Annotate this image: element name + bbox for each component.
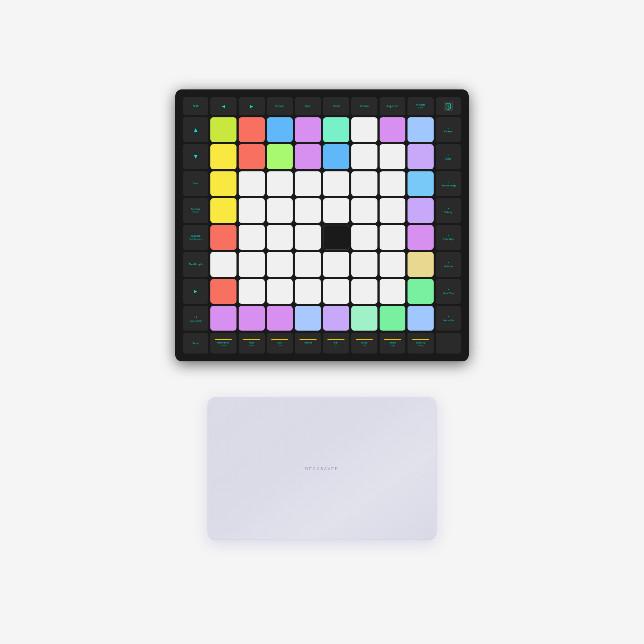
pad-r4c8[interactable] <box>408 198 434 223</box>
pad-r3c2[interactable] <box>239 171 265 196</box>
play-button[interactable]: ► <box>183 279 208 304</box>
arrow-right-button[interactable]: ► <box>239 97 265 115</box>
page-container: Shift ◄ ► Session Note Chord Custom Sequ… <box>0 0 644 644</box>
pad-r1c8[interactable] <box>408 117 434 142</box>
pad-r3c1[interactable] <box>210 171 236 196</box>
micro-step-button[interactable]: › Micro Step <box>436 279 461 304</box>
mutation-button[interactable]: › Mutation <box>436 252 461 277</box>
velocity-button[interactable]: › Velocity <box>436 198 461 223</box>
pad-r5c7[interactable] <box>380 225 406 250</box>
pad-r6c3[interactable] <box>267 252 293 277</box>
steps-button[interactable]: › Steps <box>436 144 461 169</box>
pattern-settings-button[interactable]: › Pattern Settings <box>436 171 461 196</box>
pad-r2c2[interactable] <box>239 144 265 169</box>
solo-button[interactable]: Solo Click <box>267 333 293 353</box>
projects-button[interactable]: Projects Save <box>408 97 434 115</box>
sends-button[interactable]: Sends Tap <box>351 333 377 353</box>
pad-r5c1[interactable] <box>210 225 236 250</box>
pad-r3c6[interactable] <box>351 171 377 196</box>
pad-r2c8[interactable] <box>408 144 434 169</box>
pad-r1c3[interactable] <box>267 117 293 142</box>
clear-button[interactable]: Clear <box>183 171 208 196</box>
pad-r4c6[interactable] <box>351 198 377 223</box>
pad-r1c2[interactable] <box>239 117 265 142</box>
pad-r4c2[interactable] <box>239 198 265 223</box>
logo-button[interactable] <box>436 97 461 115</box>
record-arm-button[interactable]: Record Arm Undo <box>210 333 236 353</box>
pad-r6c1[interactable] <box>210 252 236 277</box>
chord-button[interactable]: Chord <box>323 97 349 115</box>
duplicate-button[interactable]: Duplicate Double <box>183 198 208 223</box>
pad-r6c4[interactable] <box>295 252 321 277</box>
pad-r1c6[interactable] <box>351 117 377 142</box>
pad-r1c7[interactable] <box>380 117 406 142</box>
pad-r5c5[interactable] <box>323 225 349 250</box>
pad-r2c6[interactable] <box>351 144 377 169</box>
pad-r5c3[interactable] <box>267 225 293 250</box>
pad-r2c1[interactable] <box>210 144 236 169</box>
pad-r8c7[interactable] <box>380 306 406 331</box>
pad-r4c5[interactable] <box>323 198 349 223</box>
print-to-clip-button[interactable]: › Print to Clip <box>436 306 461 331</box>
pad-r7c8[interactable] <box>408 279 434 304</box>
pad-r6c2[interactable] <box>239 252 265 277</box>
pad-r8c8[interactable] <box>408 306 434 331</box>
pad-r8c3[interactable] <box>267 306 293 331</box>
pad-r8c5[interactable] <box>323 306 349 331</box>
pad-r7c2[interactable] <box>239 279 265 304</box>
pad-r2c4[interactable] <box>295 144 321 169</box>
stop-clip-button[interactable]: Stop Clip Swing <box>408 333 434 353</box>
pad-r6c7[interactable] <box>380 252 406 277</box>
up-arrow-button[interactable]: ▲ <box>183 117 208 142</box>
pad-r3c5[interactable] <box>323 171 349 196</box>
probability-button[interactable]: › Probability <box>436 225 461 250</box>
patterns-button[interactable]: › Patterns <box>436 117 461 142</box>
pad-r7c7[interactable] <box>380 279 406 304</box>
session-button[interactable]: Session <box>267 97 293 115</box>
custom-button[interactable]: Custom <box>351 97 377 115</box>
capture-midi-button[interactable]: ○ Capture MIDI <box>183 306 208 331</box>
pad-r7c6[interactable] <box>351 279 377 304</box>
pad-r1c5[interactable] <box>323 117 349 142</box>
mute-button[interactable]: Mute Redo <box>239 333 265 353</box>
pad-r8c2[interactable] <box>239 306 265 331</box>
pad-r6c6[interactable] <box>351 252 377 277</box>
pad-r5c8[interactable] <box>408 225 434 250</box>
pad-r4c7[interactable] <box>380 198 406 223</box>
pad-r2c5[interactable] <box>323 144 349 169</box>
pad-r8c6[interactable] <box>351 306 377 331</box>
setup-button[interactable]: Setup <box>183 333 208 353</box>
pad-r7c1[interactable] <box>210 279 236 304</box>
note-button[interactable]: Note <box>295 97 321 115</box>
pad-r3c8[interactable] <box>408 171 434 196</box>
pad-r5c2[interactable] <box>239 225 265 250</box>
shift-button[interactable]: Shift <box>183 97 208 115</box>
pad-r2c3[interactable] <box>267 144 293 169</box>
fixed-length-button[interactable]: Fixed Length <box>183 252 208 277</box>
sequencer-button[interactable]: Sequencer <box>380 97 406 115</box>
quantise-button[interactable]: Quantise Record Quantise <box>183 225 208 250</box>
device-button[interactable]: Device Tempo <box>380 333 406 353</box>
arrow-left-button[interactable]: ◄ <box>210 97 236 115</box>
pad-r7c3[interactable] <box>267 279 293 304</box>
pad-r4c4[interactable] <box>295 198 321 223</box>
pad-r5c4[interactable] <box>295 225 321 250</box>
pad-r1c1[interactable] <box>210 117 236 142</box>
pad-r1c4[interactable] <box>295 117 321 142</box>
pad-r3c4[interactable] <box>295 171 321 196</box>
pad-r4c3[interactable] <box>267 198 293 223</box>
pad-r7c5[interactable] <box>323 279 349 304</box>
pad-r2c7[interactable] <box>380 144 406 169</box>
pad-r8c4[interactable] <box>295 306 321 331</box>
pad-r6c8[interactable] <box>408 252 434 277</box>
down-arrow-button[interactable]: ▼ <box>183 144 208 169</box>
pad-r5c6[interactable] <box>351 225 377 250</box>
pad-r6c5[interactable] <box>323 252 349 277</box>
pan-button[interactable]: Pan • • <box>323 333 349 353</box>
pad-r3c3[interactable] <box>267 171 293 196</box>
pad-r8c1[interactable] <box>210 306 236 331</box>
pad-r3c7[interactable] <box>380 171 406 196</box>
pad-r4c1[interactable] <box>210 198 236 223</box>
pad-r7c4[interactable] <box>295 279 321 304</box>
volume-button[interactable]: Volume • <box>295 333 321 353</box>
